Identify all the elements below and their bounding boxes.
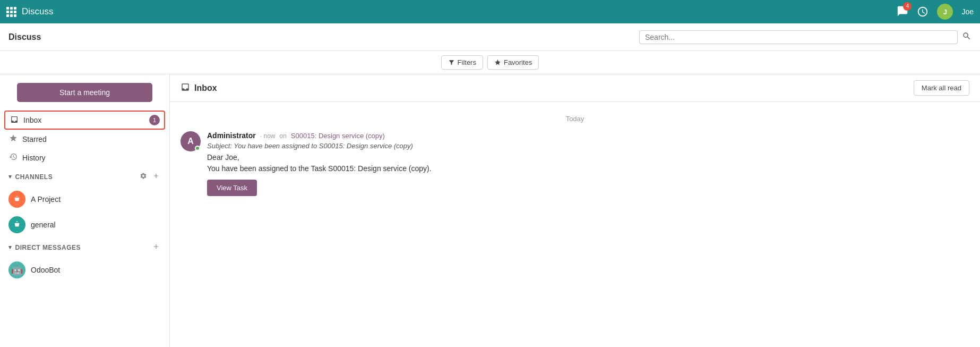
history-label: History — [22, 154, 161, 162]
channel-name-a-project: A Project — [31, 195, 161, 204]
channels-label: CHANNELS — [15, 173, 53, 181]
message-time: · now — [260, 132, 276, 140]
channels-chevron: ▾ — [8, 173, 12, 180]
chat-notifications-icon[interactable]: 4 — [897, 5, 908, 19]
channel-item-general[interactable]: general — [0, 212, 169, 238]
clock-icon[interactable] — [917, 6, 929, 18]
online-indicator — [195, 146, 200, 151]
channel-item-a-project[interactable]: A Project — [0, 187, 169, 212]
user-name[interactable]: Joe — [961, 7, 974, 16]
message-body-line1: Dear Joe, — [207, 153, 239, 162]
search-area — [639, 30, 972, 44]
sidebar-item-starred[interactable]: Starred — [0, 130, 169, 148]
dm-item-odoobot[interactable]: 🤖 OdooBot — [0, 257, 169, 283]
message-content: Administrator · now on S00015: Design se… — [207, 131, 969, 196]
search-bar: Discuss — [0, 23, 980, 51]
search-input-wrapper — [639, 30, 958, 44]
sidebar-item-inbox[interactable]: Inbox 1 — [4, 111, 165, 130]
dm-label: DIRECT MESSAGES — [15, 244, 81, 251]
inbox-badge: 1 — [149, 115, 160, 125]
content-body: Today A Administrator · now on S00015: D… — [170, 102, 980, 347]
channels-section-header: ▾ CHANNELS — [0, 167, 169, 187]
content-area: Inbox Mark all read Today A Administrato… — [170, 74, 980, 347]
starred-label: Starred — [22, 135, 161, 143]
message-header: Administrator · now on S00015: Design se… — [207, 131, 969, 140]
search-button[interactable] — [962, 31, 972, 43]
filters-label: Filters — [458, 58, 476, 66]
inbox-label: Inbox — [23, 116, 145, 124]
dm-actions — [151, 242, 161, 253]
message-item: A Administrator · now on S00015: Design … — [180, 131, 969, 196]
inbox-content-icon — [180, 82, 190, 94]
content-header: Inbox Mark all read — [170, 74, 980, 102]
favorites-label: Favorites — [504, 58, 532, 66]
app-title: Discuss — [22, 6, 54, 17]
dm-add-button[interactable] — [151, 242, 161, 253]
start-meeting-button[interactable]: Start a meeting — [17, 83, 152, 102]
channels-actions — [139, 171, 161, 182]
top-bar-left: Discuss — [6, 6, 54, 17]
dm-section-header: ▾ DIRECT MESSAGES — [0, 238, 169, 257]
history-icon — [8, 153, 18, 163]
favorites-button[interactable]: Favorites — [487, 55, 539, 70]
channel-avatar-general — [8, 216, 25, 233]
dm-name-odoobot: OdooBot — [31, 266, 60, 274]
channel-avatar-a-project — [8, 191, 25, 208]
content-title: Inbox — [180, 82, 217, 94]
top-bar-right: 4 J Joe — [897, 4, 974, 20]
sidebar: Start a meeting Inbox 1 Starred History … — [0, 74, 170, 347]
dm-avatar-odoobot: 🤖 — [8, 261, 25, 278]
main-layout: Start a meeting Inbox 1 Starred History … — [0, 74, 980, 347]
filters-button[interactable]: Filters — [441, 55, 483, 70]
message-body: Dear Joe, You have been assigned to the … — [207, 152, 969, 174]
message-task-link[interactable]: S00015: Design service (copy) — [291, 132, 385, 140]
message-author: Administrator — [207, 131, 256, 140]
sidebar-item-history[interactable]: History — [0, 148, 169, 167]
message-avatar: A — [180, 131, 201, 151]
channel-name-general: general — [31, 221, 161, 229]
notification-badge: 4 — [903, 2, 912, 11]
user-avatar[interactable]: J — [937, 4, 953, 20]
dm-chevron: ▾ — [8, 244, 12, 251]
inbox-title: Inbox — [194, 83, 217, 93]
date-divider: Today — [180, 115, 969, 123]
filter-row: Filters Favorites — [0, 51, 980, 74]
channels-add-button[interactable] — [151, 171, 161, 182]
inbox-sidebar-icon — [10, 115, 19, 125]
message-body-line2: You have been assigned to the Task S0001… — [207, 164, 432, 173]
channels-settings-button[interactable] — [139, 171, 148, 182]
grid-menu-icon[interactable] — [6, 7, 16, 17]
message-subject: Subject: You have been assigned to S0001… — [207, 142, 969, 150]
message-on-text: on — [279, 132, 286, 140]
mark-all-read-button[interactable]: Mark all read — [914, 80, 969, 96]
top-bar: Discuss 4 J Joe — [0, 0, 980, 23]
page-title: Discuss — [8, 32, 41, 42]
star-icon — [8, 134, 18, 144]
view-task-button[interactable]: View Task — [207, 180, 257, 196]
search-input[interactable] — [645, 33, 952, 41]
